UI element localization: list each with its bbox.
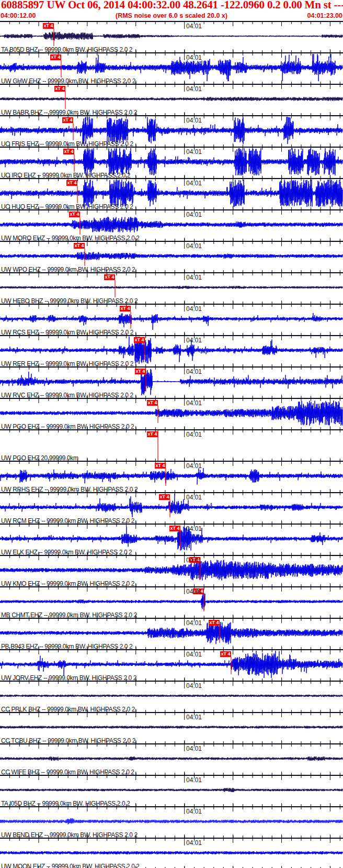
minute-tick-label: 04:01 xyxy=(186,274,202,281)
minute-tick-label: 04:01 xyxy=(186,525,202,532)
phase-pick-flag[interactable]: xT 4 xyxy=(135,369,146,374)
trace-row-uw-rvc: xT 404:01UW RVC EHZ -- 99999.0km BW. HIG… xyxy=(0,366,343,398)
waveform-trace xyxy=(0,286,342,289)
phase-pick-flag[interactable]: xT 4 xyxy=(54,86,65,92)
minute-tick-label: 04:01 xyxy=(186,242,202,250)
phase-pick-flag[interactable]: xT 4 xyxy=(74,243,85,249)
minute-tick-label: 04:01 xyxy=(186,745,202,752)
minute-tick-label: 04:01 xyxy=(186,839,202,847)
phase-pick-flag[interactable]: xT 4 xyxy=(120,306,131,311)
waveform-trace xyxy=(0,818,342,824)
phase-pick-flag[interactable]: xT 4 xyxy=(62,117,73,123)
phase-pick-flag[interactable]: xT 4 xyxy=(147,400,158,406)
minute-tick-label: 04:01 xyxy=(186,651,202,658)
phase-pick-flag[interactable]: xT 4 xyxy=(104,274,115,280)
phase-pick-flag[interactable]: xT 4 xyxy=(209,620,220,626)
station-label-uw-moon[interactable]: UW MOON EHZ -- 99999.0km BW. HIGHPASS 2.… xyxy=(1,863,140,868)
waveform-viewer: 60885897 UW Oct 06, 2014 04:00:32.00 48.… xyxy=(0,0,343,868)
waveform-trace xyxy=(0,494,342,517)
trace-row-cc-tcbu: 04:01CC TCBU BHZ -- 99999.0km BW. HIGHPA… xyxy=(0,712,343,743)
waveform-trace xyxy=(0,560,342,580)
trace-row-uw-pgo: xT 404:01UW PGO EHZ 20 99999.0km xyxy=(0,429,343,461)
trace-rows: xT 404:01TA B05D BHZ -- 99999.0km BW. HI… xyxy=(0,21,343,868)
trace-row-uo-huq: xT 404:01UO HUQ EHZ -- 99999.0km BW. HIG… xyxy=(0,178,343,209)
phase-pick-flag[interactable]: xT 4 xyxy=(43,23,54,29)
trace-row-cc-prlk: 04:01CC PRLK BHZ -- 99999.0km BW. HIGHPA… xyxy=(0,681,343,712)
trace-row-uw-wpo: xT 404:01UW WPO EHZ -- 99999.0km BW. HIG… xyxy=(0,241,343,272)
waveform-trace xyxy=(0,252,342,260)
minute-tick-label: 04:01 xyxy=(186,808,202,815)
trace-row-uw-hebo: xT 404:01UW HEBO BHZ -- 99999.0km BW. HI… xyxy=(0,272,343,304)
minute-tick-label: 04:01 xyxy=(186,776,202,784)
minute-tick-label: 04:01 xyxy=(186,588,202,595)
trace-row-uw-bend: 04:01UW BEND EHZ -- 99999.0km BW. HIGHPA… xyxy=(0,806,343,838)
waveform-trace xyxy=(0,400,342,426)
minute-tick-label: 04:01 xyxy=(186,148,202,155)
waveform-trace xyxy=(0,621,342,644)
phase-pick-flag[interactable]: xT 4 xyxy=(159,494,170,500)
waveform-trace xyxy=(0,32,342,41)
phase-pick-flag[interactable]: xT 4 xyxy=(50,54,61,60)
window-end-time: 04:01:23.00 xyxy=(307,12,342,19)
phase-pick-flag[interactable]: xT 4 xyxy=(169,526,180,531)
waveform-trace xyxy=(0,851,342,854)
trace-row-ta-b05d: xT 404:01TA B05D BHZ -- 99999.0km BW. HI… xyxy=(0,21,343,52)
trace-row-uw-babr: xT 404:01UW BABR BHZ -- 99999.0km BW. HI… xyxy=(0,84,343,115)
trace-row-uw-rer: xT 404:01UW RER EHZ -- 99999.0km BW. HIG… xyxy=(0,335,343,366)
minute-tick-label: 04:01 xyxy=(186,180,202,187)
trace-row-mb-chmt: xT 404:01MB CHMT EHZ -- 99999.0km BW. HI… xyxy=(0,586,343,618)
scaling-note: (RMS noise over 6.0 s scaled 20.0 x) xyxy=(0,12,343,19)
trace-row-uw-moon: 04:01UW MOON EHZ -- 99999.0km BW. HIGHPA… xyxy=(0,838,343,868)
minute-tick-label: 04:01 xyxy=(186,557,202,564)
trace-row-uo-iro: xT 404:01UO IRO EHZ -- 99999.0km BW. HIG… xyxy=(0,147,343,178)
waveform-trace xyxy=(0,217,342,232)
waveform-trace xyxy=(0,726,342,729)
waveform-trace xyxy=(0,756,342,761)
minute-tick-label: 04:01 xyxy=(186,714,202,721)
minute-tick-label: 04:01 xyxy=(186,54,202,61)
phase-pick-flag[interactable]: xT 4 xyxy=(147,431,158,437)
trace-row-uw-pgo: xT 404:01UW PGO EHZ -- 99999.0km BW. HIG… xyxy=(0,398,343,429)
minute-tick-label: 04:01 xyxy=(186,494,202,501)
minute-tick-label: 04:01 xyxy=(186,399,202,407)
phase-pick-flag[interactable]: xT 4 xyxy=(66,180,77,186)
trace-row-uw-jorv: xT 404:01UW JORV EHZ -- 99999.0km BW. HI… xyxy=(0,649,343,681)
phase-pick-flag[interactable]: xT 4 xyxy=(69,212,80,217)
trace-row-uo-fris: xT 404:01UO FRIS EHZ -- 99999.0km BW. HI… xyxy=(0,115,343,147)
minute-tick-label: 04:01 xyxy=(186,337,202,344)
waveform-trace xyxy=(0,313,342,330)
trace-row-uw-kmo: xT 404:01UW KMO EHZ -- 99999.0km BW. HIG… xyxy=(0,555,343,586)
waveform-trace xyxy=(0,788,342,792)
waveform-trace xyxy=(0,593,342,610)
trace-row-uw-moro: xT 404:01UW MORO EHZ -- 99999.0km BW. HI… xyxy=(0,209,343,241)
trace-row-cc-wife: 04:01CC WIFE BHZ -- 99999.0km BW. HIGHPA… xyxy=(0,743,343,775)
minute-tick-label: 04:01 xyxy=(186,368,202,375)
phase-pick-flag[interactable]: xT 4 xyxy=(220,651,231,657)
minute-tick-label: 04:01 xyxy=(186,85,202,93)
trace-row-uw-rrhs: xT 404:01UW RRHS EHZ -- 99999.0km BW. HI… xyxy=(0,461,343,492)
trace-row-uw-rcm: xT 404:01UW RCM EHZ -- 99999.0km BW. HIG… xyxy=(0,492,343,524)
trace-row-uw-ghw: xT 404:01UW GHW EHZ -- 99999.0km BW. HIG… xyxy=(0,52,343,84)
minute-tick-label: 04:01 xyxy=(186,682,202,689)
minute-tick-label: 04:01 xyxy=(186,211,202,218)
minute-tick-label: 04:01 xyxy=(186,305,202,313)
waveform-trace xyxy=(0,468,342,485)
minute-tick-label: 04:01 xyxy=(186,431,202,438)
phase-pick-flag[interactable]: xT 4 xyxy=(134,337,145,343)
minute-tick-label: 04:01 xyxy=(186,23,202,30)
minute-tick-label: 04:01 xyxy=(186,117,202,124)
minute-tick-label: 04:01 xyxy=(186,619,202,627)
waveform-trace xyxy=(0,97,342,101)
trace-row-ta-i05d: 04:01TA I05D BHZ -- 99999.0km BW. HIGHPA… xyxy=(0,775,343,806)
phase-pick-flag[interactable]: xT 4 xyxy=(63,149,74,154)
trace-row-pb-b943: xT 404:01PB B943 EHZ -- 99999.0km BW. HI… xyxy=(0,618,343,649)
event-header: 60885897 UW Oct 06, 2014 04:00:32.00 48.… xyxy=(1,0,343,12)
waveform-trace xyxy=(0,695,342,697)
phase-pick-flag[interactable]: xT 4 xyxy=(155,463,166,469)
trace-row-uw-elk: xT 404:01UW ELK EHZ -- 99999.0km BW. HIG… xyxy=(0,524,343,555)
trace-row-uw-rcs: xT 404:01UW RCS EHZ -- 99999.0km BW. HIG… xyxy=(0,304,343,335)
time-window-bar: 04:00:12.00 (RMS noise over 6.0 s scaled… xyxy=(0,12,343,21)
minute-tick-label: 04:01 xyxy=(186,462,202,470)
